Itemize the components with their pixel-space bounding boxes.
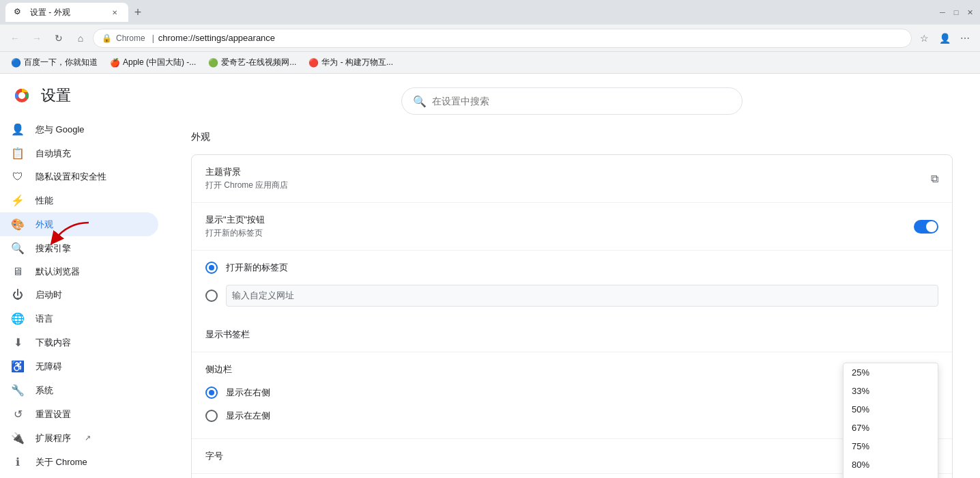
search-input[interactable] [432, 96, 731, 107]
home-button-toggle[interactable] [914, 220, 938, 234]
back-button[interactable]: ← [5, 29, 25, 48]
extension-button[interactable]: ⋯ [955, 29, 975, 48]
theme-row: 主题背景 打开 Chrome 应用商店 ⧉ [192, 155, 952, 203]
sidebar-title: 设置 [41, 85, 71, 106]
bookmark-iqiyi-icon: 🟢 [208, 58, 218, 68]
bookmark-baidu-label: 百度一下，你就知道 [24, 57, 98, 68]
minimize-button[interactable]: ─ [938, 8, 947, 17]
search-engine-icon: 🔍 [11, 242, 25, 255]
search-bar-wrapper: 🔍 [401, 87, 743, 115]
dropdown-50[interactable]: 50% [844, 400, 938, 419]
reload-button[interactable]: ↻ [49, 29, 68, 48]
sidebar-setting-row: 侧边栏 显示在右侧 显示在左侧 [192, 352, 952, 439]
home-button-content: 显示"主页"按钮 打开新的标签页 [205, 214, 914, 239]
tab-close-button[interactable]: ✕ [109, 7, 120, 18]
radio-new-tab[interactable]: 打开新的标签页 [205, 256, 938, 279]
theme-action: ⧉ [931, 173, 938, 185]
radio-custom-url-circle [205, 290, 218, 302]
sidebar-item-about[interactable]: ℹ 关于 Chrome [0, 450, 158, 474]
new-tab-button[interactable]: + [128, 3, 147, 22]
sidebar-item-language[interactable]: 🌐 语言 [0, 307, 158, 331]
bookmark-star-button[interactable]: ☆ [914, 29, 934, 48]
dropdown-80[interactable]: 80% [844, 455, 938, 474]
radio-custom-url[interactable]: 输入自定义网址 [205, 279, 938, 312]
settings-card: 主题背景 打开 Chrome 应用商店 ⧉ 显示"主页"按钮 打开新的标签页 [191, 154, 953, 478]
sidebar-header: 设置 [0, 79, 164, 117]
about-icon: ℹ [11, 455, 25, 468]
radio-new-tab-label: 打开新的标签页 [226, 262, 288, 274]
dropdown-25[interactable]: 25% [844, 363, 938, 382]
sidebar-item-system[interactable]: 🔧 系统 [0, 378, 158, 402]
font-row: 字号 [192, 439, 952, 474]
sidebar-item-default-browser[interactable]: 🖥 默认浏览器 [0, 260, 158, 283]
chrome-logo-icon [11, 85, 33, 107]
url-path: chrome://settings/appearance [158, 33, 903, 43]
autofill-icon: 📋 [11, 147, 25, 160]
language-icon: 🌐 [11, 312, 25, 325]
url-separator: | [152, 33, 154, 43]
custom-url-input[interactable]: 输入自定义网址 [226, 285, 938, 307]
lock-icon: 🔒 [102, 33, 112, 43]
address-actions: ☆ 👤 ⋯ [914, 29, 975, 48]
sidebar-item-autofill[interactable]: 📋 自动填充 [0, 141, 158, 165]
radio-left-label: 显示在左侧 [226, 410, 270, 422]
bookmark-huawei-icon: 🔴 [308, 58, 319, 68]
reset-icon: ↺ [11, 408, 25, 421]
bookmarks-bar-title: 显示书签栏 [205, 328, 938, 341]
dropdown-75[interactable]: 75% [844, 437, 938, 455]
sidebar: 设置 👤 您与 Google 📋 自动填充 🛡 隐私设置和安全性 ⚡ 性能 🎨 … [0, 74, 164, 478]
person-icon: 👤 [11, 123, 25, 136]
performance-icon: ⚡ [11, 194, 25, 207]
svg-point-2 [18, 92, 25, 99]
url-bar[interactable]: 🔒 Chrome | chrome://settings/appearance [93, 29, 912, 48]
sidebar-item-accessibility[interactable]: ♿ 无障碍 [0, 354, 158, 378]
dropdown-33[interactable]: 33% [844, 382, 938, 400]
title-bar: ⚙ 设置 - 外观 ✕ + ─ □ ✕ [0, 0, 980, 25]
home-button[interactable]: ⌂ [71, 29, 90, 48]
sidebar-item-appearance[interactable]: 🎨 外观 [0, 212, 158, 236]
bookmark-huawei[interactable]: 🔴 华为 - 构建万物互... [303, 54, 399, 71]
bookmark-iqiyi[interactable]: 🟢 爱奇艺-在线视频网... [203, 54, 302, 71]
maximize-button[interactable]: □ [951, 8, 961, 17]
sidebar-item-google[interactable]: 👤 您与 Google [0, 117, 158, 141]
sidebar-radio-group: 显示在右侧 显示在左侧 [205, 376, 938, 427]
radio-right-label: 显示在右侧 [226, 386, 270, 399]
bookmark-apple[interactable]: 🍎 Apple (中国大陆) -... [104, 54, 201, 71]
dropdown-90[interactable]: 90% [844, 474, 938, 478]
sidebar-item-reset[interactable]: ↺ 重置设置 [0, 402, 158, 426]
external-link-icon[interactable]: ⧉ [931, 173, 938, 185]
bookmarks-bar: 🔵 百度一下，你就知道 🍎 Apple (中国大陆) -... 🟢 爱奇艺-在线… [0, 52, 980, 74]
appearance-icon: 🎨 [11, 218, 25, 231]
radio-right-side[interactable]: 显示在右侧 [205, 381, 938, 404]
close-button[interactable]: ✕ [965, 8, 975, 17]
window-controls: ─ □ ✕ [938, 8, 975, 17]
section-title: 外观 [191, 131, 953, 143]
dropdown-67[interactable]: 67% [844, 419, 938, 437]
home-button-action [914, 220, 938, 234]
theme-content: 主题背景 打开 Chrome 应用商店 [205, 166, 931, 191]
startup-icon: ⏻ [11, 289, 25, 301]
radio-left-circle [205, 410, 218, 422]
bookmarks-bar-row: 显示书签栏 [192, 318, 952, 352]
browser-frame: ⚙ 设置 - 外观 ✕ + ─ □ ✕ ← → ↻ ⌂ 🔒 Chrome | c… [0, 0, 980, 478]
sidebar-item-startup[interactable]: ⏻ 启动时 [0, 283, 158, 307]
active-tab[interactable]: ⚙ 设置 - 外观 ✕ [5, 3, 128, 22]
radio-left-side[interactable]: 显示在左侧 [205, 404, 938, 427]
sidebar-item-extensions[interactable]: 🔌 扩展程序 ↗ [0, 426, 158, 450]
font-title: 字号 [205, 450, 938, 462]
main-content: 设置 👤 您与 Google 📋 自动填充 🛡 隐私设置和安全性 ⚡ 性能 🎨 … [0, 74, 980, 478]
home-button-radio-group: 打开新的标签页 输入自定义网址 [192, 251, 952, 318]
bookmark-apple-label: Apple (中国大陆) -... [123, 57, 196, 68]
system-icon: 🔧 [11, 384, 25, 397]
sidebar-item-privacy[interactable]: 🛡 隐私设置和安全性 [0, 165, 158, 188]
theme-title: 主题背景 [205, 166, 931, 178]
home-button-row: 显示"主页"按钮 打开新的标签页 [192, 203, 952, 251]
sidebar-item-downloads[interactable]: ⬇ 下载内容 [0, 331, 158, 354]
forward-button[interactable]: → [27, 29, 46, 48]
tab-bar: ⚙ 设置 - 外观 ✕ + [5, 3, 938, 22]
theme-desc: 打开 Chrome 应用商店 [205, 180, 931, 191]
bookmark-baidu[interactable]: 🔵 百度一下，你就知道 [5, 54, 103, 71]
sidebar-item-search[interactable]: 🔍 搜索引擎 [0, 236, 158, 260]
profile-button[interactable]: 👤 [935, 29, 954, 48]
sidebar-item-performance[interactable]: ⚡ 性能 [0, 188, 158, 212]
